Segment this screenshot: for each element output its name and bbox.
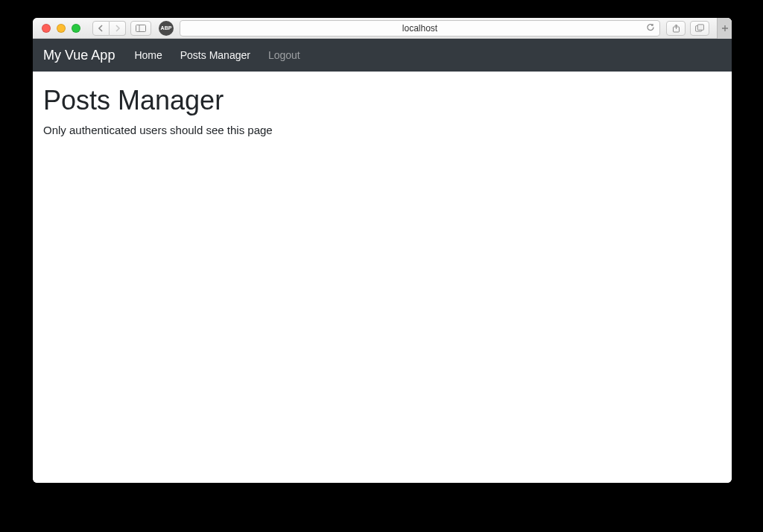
page-content: Posts Manager Only authenticated users s… — [33, 72, 732, 483]
sidebar-toggle-button[interactable] — [130, 21, 151, 36]
close-window-button[interactable] — [42, 24, 51, 33]
share-button[interactable] — [666, 21, 686, 36]
tabs-button[interactable] — [690, 21, 709, 36]
address-text: localhost — [402, 23, 437, 34]
titlebar: ABP localhost — [33, 18, 732, 39]
svg-rect-0 — [136, 25, 146, 31]
page-subtitle: Only authenticated users should see this… — [43, 124, 721, 136]
back-button[interactable] — [92, 21, 110, 36]
svg-rect-4 — [697, 25, 703, 30]
window-controls — [42, 24, 80, 33]
app-navbar: My Vue App Home Posts Manager Logout — [33, 39, 732, 72]
adblock-icon[interactable]: ABP — [159, 21, 174, 36]
nav-link-posts-manager[interactable]: Posts Manager — [174, 49, 256, 61]
minimize-window-button[interactable] — [57, 24, 66, 33]
new-tab-button[interactable] — [717, 18, 732, 39]
page-title: Posts Manager — [43, 85, 721, 116]
nav-link-logout[interactable]: Logout — [262, 49, 306, 61]
browser-window: ABP localhost My Vue App Home Posts Mana… — [33, 18, 732, 483]
reload-icon[interactable] — [646, 22, 655, 34]
nav-back-forward — [92, 21, 126, 36]
address-bar[interactable]: localhost — [180, 20, 660, 37]
nav-link-home[interactable]: Home — [128, 49, 168, 61]
navbar-brand[interactable]: My Vue App — [43, 48, 115, 63]
forward-button[interactable] — [110, 21, 126, 36]
fullscreen-window-button[interactable] — [72, 24, 80, 33]
